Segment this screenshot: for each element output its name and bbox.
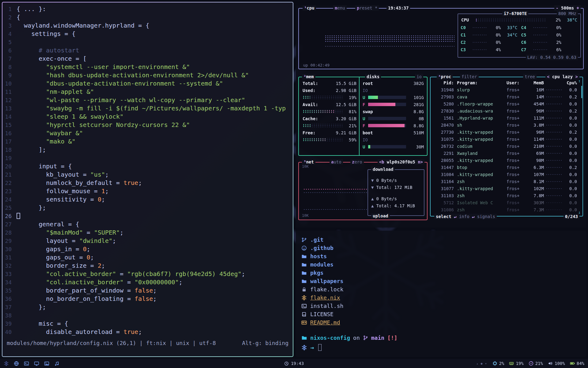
editor-cursor xyxy=(17,213,20,219)
process-row[interactable]: 31164zshfros+8.1M0.0 xyxy=(433,178,578,185)
tray-icon-2[interactable]: ● xyxy=(481,362,482,365)
cpu-frequency: 800 MHz xyxy=(557,11,578,16)
process-list[interactable]: 31948slurpfros+16M0.027903cavafros+14M0.… xyxy=(433,86,578,213)
cpu-core-C7: C76% xyxy=(521,46,578,53)
clock-icon xyxy=(284,361,289,366)
taskbar-app-image[interactable] xyxy=(44,361,49,366)
bar-module-chip[interactable]: 2% xyxy=(492,361,504,366)
bar-module-volume[interactable]: 100% xyxy=(548,361,565,366)
file-item[interactable]: pkgs xyxy=(301,269,581,277)
editor-buffer[interactable]: 1{ ... }:2{3 wayland.windowManager.hyprl… xyxy=(2,5,293,336)
process-row[interactable]: 5280.floorp-wrappefros+454M0.0 xyxy=(433,100,578,107)
editor-window[interactable]: 1{ ... }:2{3 wayland.windowManager.hyprl… xyxy=(2,2,293,357)
net-interface-name: wlp0s20f0u5 xyxy=(387,159,415,164)
process-row[interactable]: 31084.kitty-wrappedfros+107M0.0 xyxy=(433,171,578,178)
line-number: 22 xyxy=(2,179,17,187)
bar-module-memory[interactable]: 19% xyxy=(509,361,523,366)
tray-icon-1[interactable]: ▴ xyxy=(476,362,478,365)
terminal-window[interactable]: .git.githubhostsmodulespkgswallpapersfla… xyxy=(296,231,586,357)
mem-box-title[interactable]: ²mem xyxy=(302,74,315,79)
line-number: 10 xyxy=(2,79,17,88)
process-box: ⁴proc filter tree < cpu lazy > Pid: Prog… xyxy=(430,77,583,217)
taskbar-app-nix[interactable] xyxy=(4,361,9,366)
proc-box-title[interactable]: ⁴proc xyxy=(437,74,453,79)
file-item[interactable]: flake.lock xyxy=(301,285,581,293)
bar-module-disk[interactable]: 21% xyxy=(529,361,543,366)
file-item[interactable]: modules xyxy=(301,260,581,269)
taskbar-app-display[interactable] xyxy=(34,361,39,366)
status-bar: 19:43 ▴●▾ 2%19%21%100%84% xyxy=(0,359,588,368)
btop-menu-button[interactable]: menu xyxy=(333,5,347,11)
line-number: 19 xyxy=(2,154,17,162)
process-row[interactable]: 26732codiumfros+210M0.0 xyxy=(433,143,578,150)
folder-icon xyxy=(301,254,307,259)
proc-tree-toggle[interactable]: tree xyxy=(523,74,537,79)
process-table-header[interactable]: Pid: Program: User: MemB Cpu% xyxy=(433,79,578,86)
github-icon xyxy=(301,245,307,251)
file-item[interactable]: LICENSE xyxy=(301,310,581,318)
bar-module-battery[interactable]: 84% xyxy=(570,361,584,366)
net-auto-toggle[interactable]: auto xyxy=(330,159,343,165)
file-item[interactable]: README.md xyxy=(301,318,581,327)
tray-icon-3[interactable]: ▾ xyxy=(485,362,487,365)
process-row[interactable]: 28055.kitty-wrappedfros+98M0.0 xyxy=(433,157,578,164)
editor-line: 24 sensitivity = 0; xyxy=(2,195,293,204)
process-row[interactable]: 31447btopfros+6.3M0.2 xyxy=(433,164,578,171)
file-item[interactable]: hosts xyxy=(301,252,581,260)
process-row[interactable]: 27903cavafros+14M0.2 xyxy=(433,93,578,100)
line-number: 28 xyxy=(2,228,17,237)
line-number: 29 xyxy=(2,237,17,245)
net-zero-toggle[interactable]: zero xyxy=(350,159,364,165)
proc-footer-keys[interactable]: select ↵ info ↵ signals xyxy=(434,214,497,219)
line-number: 4 xyxy=(2,30,17,38)
editor-statusline: modules/home/hyprland/config.nix (26,1) … xyxy=(2,339,293,347)
file-item[interactable]: .github xyxy=(301,244,581,252)
disks-io-toggle[interactable]: io xyxy=(415,74,423,79)
process-row[interactable]: 31948slurpfros+16M0.0 xyxy=(433,86,578,93)
system-tray: ▴●▾ xyxy=(476,362,487,365)
terminal-cursor[interactable] xyxy=(318,344,322,351)
proc-sort-selector[interactable]: < cpu lazy > xyxy=(545,74,579,79)
clock-module[interactable]: 19:43 xyxy=(284,361,304,366)
file-item[interactable]: flake.nix xyxy=(301,293,581,302)
editor-line: 7 exec-once = [ xyxy=(2,55,293,63)
scrollbar-thumb[interactable] xyxy=(581,86,582,98)
btop-clock: 19:43:37 xyxy=(386,5,410,11)
process-row[interactable]: 31077.kitty-wrappedfros+102M0.0 xyxy=(433,185,578,192)
line-number: 32 xyxy=(2,262,17,270)
editor-line: 13 "swaybg -m fill -i $(find ~/Pictures/… xyxy=(2,104,293,113)
btop-preset-button[interactable]: preset * xyxy=(355,5,379,11)
disk-meter-row: U30M xyxy=(363,143,424,150)
process-row[interactable]: 27830.audacious-wrafros+96M0.2 xyxy=(433,107,578,114)
editor-line: 3 wayland.windowManager.hyprland = { xyxy=(2,21,293,30)
proc-filter-button[interactable]: filter xyxy=(460,74,479,79)
taskbar-app-globe[interactable] xyxy=(14,361,19,366)
disks-panel: root382GIOU101GF281Gswap8.8GU0BF8.8Gboot… xyxy=(359,77,427,155)
process-row[interactable]: 31075.kitty-wrappedfros+114M0.0 xyxy=(433,136,578,143)
process-row[interactable]: 2291Xwaylandfros+69M0.0 xyxy=(433,150,578,157)
disks-title[interactable]: disks xyxy=(365,74,381,79)
disk-io-label: IO xyxy=(363,136,424,143)
net-box-title[interactable]: ³net xyxy=(302,159,315,165)
taskbar-app-music[interactable] xyxy=(54,361,59,366)
memory-columns: Total:15.5 GiBUsed:2.98 GiB19%Avail:12.5… xyxy=(299,77,427,155)
upload-graph xyxy=(303,209,368,210)
process-row[interactable]: 31086zshfros+7.3M0.0 xyxy=(433,206,578,213)
cpu-box-title[interactable]: ¹cpu xyxy=(303,5,316,11)
line-number: 31 xyxy=(2,253,17,262)
file-item[interactable]: .git xyxy=(301,236,581,244)
process-row[interactable]: 27730.kitty-wrappedfros+96M0.2 xyxy=(433,128,578,136)
taskbar-app-shell[interactable] xyxy=(24,361,29,366)
process-row[interactable]: 28470shfros+3.8M0.0 xyxy=(433,121,578,128)
file-item[interactable]: wallpapers xyxy=(301,277,581,285)
shell-input-line[interactable]: → xyxy=(301,344,581,351)
process-row[interactable]: 5712Isolated Web Cfros+303M0.0 xyxy=(433,199,578,206)
update-interval-control[interactable]: - 500ms + xyxy=(554,5,581,11)
file-item[interactable]: install.sh xyxy=(301,302,581,310)
process-row[interactable]: 31103zshfros+7.8M0.0 xyxy=(433,192,578,199)
editor-command-line[interactable] xyxy=(2,347,293,355)
process-row[interactable]: 1561.Hyprland-wrapfros+111M0.0 xyxy=(433,114,578,121)
process-table: Pid: Program: User: MemB Cpu% 31948slurp… xyxy=(431,77,582,216)
nix-prompt-icon xyxy=(301,345,307,351)
net-interface-selector[interactable]: <b wlp0s20f0u5 n> xyxy=(378,159,424,165)
